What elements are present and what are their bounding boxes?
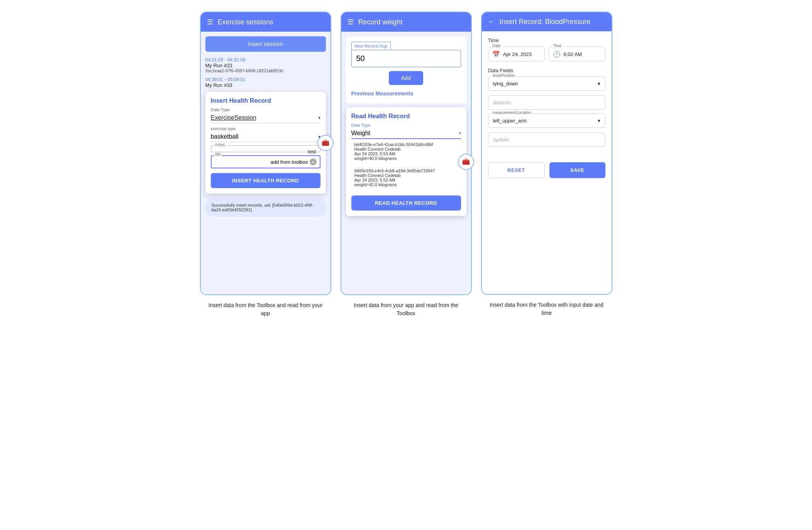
session-name-2: My Run #33 [205, 82, 326, 88]
session-time-2: 04:39:01 - 05:09:01 [205, 77, 326, 82]
screen1-caption: Insert data from the Toolbox and read fr… [208, 301, 324, 318]
reset-button[interactable]: RESET [488, 162, 545, 178]
measurement-value-1: weight=40.0 kilograms [354, 156, 458, 161]
measurement-time-1: Apr 24 2023, 5:53 AM [354, 151, 458, 156]
insert-health-record-popup: Insert Health Record Data Type ExerciseS… [205, 92, 326, 194]
diastolic-placeholder: diastolic [493, 100, 511, 105]
session-name-1: My Run #23 [205, 63, 326, 68]
title-field[interactable]: ✕ [211, 155, 320, 168]
title-input[interactable] [215, 159, 308, 165]
body-position-value: lying_down [493, 81, 518, 87]
add-button[interactable]: Add [389, 71, 423, 85]
title-wrapper: title ✕ [211, 155, 320, 168]
date-field[interactable]: Date 📅 Apr 24, 2023 [488, 46, 545, 61]
success-banner: Successfully insert records, uid: [540e0… [205, 198, 326, 217]
screen3-body: Time Date 📅 Apr 24, 2023 Time 🕐 [482, 31, 612, 294]
measurement-location-select[interactable]: left_upper_arm ▾ [488, 114, 605, 128]
screen3-header: ← Insert Record: BloodPressure [482, 12, 612, 31]
bottom-buttons: RESET SAVE [488, 162, 605, 178]
exercise-type-select[interactable]: basketball ▾ [211, 132, 320, 142]
session-item-2: 04:39:01 - 05:09:01 My Run #33 [205, 77, 326, 88]
screen2-caption: Insert data from your app and read from … [348, 301, 464, 318]
exercise-type-label: exercise type [211, 126, 320, 131]
session-time-1: 04:01:09 - 04:31:09 [205, 57, 326, 63]
screen2-title: Record weight [358, 18, 465, 26]
calendar-icon: 📅 [492, 51, 500, 58]
date-value: Apr 24, 2023 [503, 51, 532, 57]
measurement-location-value: left_upper_arm [493, 118, 527, 124]
measurement-time-2: Apr 24 2023, 5:52 AM [354, 178, 458, 182]
insert-health-record-button[interactable]: INSERT HEALTH RECORD [211, 173, 320, 188]
screen2-wrapper: ☰ Record weight New Record (Kg) Add Prev… [341, 12, 472, 318]
measurement-id-1: bd4f193e-e7a4-41aa-b1bb-50441b8cd8bf [354, 142, 458, 147]
new-record-input[interactable] [351, 50, 461, 67]
notes-value: test [308, 149, 316, 155]
phone-frame-2: ☰ Record weight New Record (Kg) Add Prev… [341, 12, 472, 295]
data-type-label-1: Data Type [211, 107, 320, 112]
measurement-id-2: 0483e193-e4c6-4cb8-a19d-3e95da733947 [354, 168, 458, 173]
save-button[interactable]: SAVE [549, 162, 605, 178]
notes-wrapper: notes test [211, 145, 320, 152]
measurement-source-2: Health Connect Codelab [354, 173, 458, 178]
data-type-select-2[interactable]: Weight ▾ [351, 128, 461, 139]
data-type-select-1[interactable]: ExerciseSession ▾ [211, 113, 320, 123]
screen1-title: Exercise sessions [218, 18, 324, 26]
date-time-row: Date 📅 Apr 24, 2023 Time 🕐 6:02 AM [488, 46, 605, 61]
measurement-location-label: measurementLocation [492, 110, 532, 115]
popup-title-2: Read Health Record [351, 113, 461, 120]
toolbox-fab-1[interactable]: 🧰 [317, 135, 334, 151]
date-content: 📅 Apr 24, 2023 [492, 51, 541, 58]
time-label: Time [552, 44, 563, 48]
new-record-area: New Record (Kg) Add Previous Measurement… [346, 36, 466, 104]
new-record-label: New Record (Kg) [351, 42, 391, 50]
data-type-chevron-2: ▾ [459, 131, 461, 136]
exercise-type-value: basketball [211, 133, 239, 140]
systolic-field[interactable]: systolic [488, 132, 605, 147]
measurement-location-chevron: ▾ [598, 118, 600, 124]
data-type-value-2: Weight [351, 130, 371, 137]
clear-button[interactable]: ✕ [310, 158, 317, 165]
body-position-chevron: ▾ [598, 81, 600, 87]
clock-icon: 🕐 [553, 51, 561, 58]
measurement-item-2: 0483e193-e4c6-4cb8-a19d-3e95da733947 Hea… [351, 165, 461, 190]
popup-title-1: Insert Health Record [211, 97, 320, 104]
back-icon[interactable]: ← [488, 18, 495, 26]
measurement-item-1: bd4f193e-e7a4-41aa-b1bb-50441b8cd8bf Hea… [351, 139, 461, 164]
time-content: 🕐 6:02 AM [553, 51, 601, 58]
menu-icon-1[interactable]: ☰ [207, 18, 213, 26]
phone-frame-3: ← Insert Record: BloodPressure Time Date… [481, 12, 612, 295]
phone-frame-1: ☰ Exercise sessions Insert session 04:01… [200, 12, 331, 295]
data-type-label-2: Data Type [351, 123, 461, 127]
diastolic-field[interactable]: diastolic [488, 95, 605, 110]
session-id-1: 2ec1eaa2-97f5-4597-b908-18221abf019c [205, 68, 326, 73]
menu-icon-2[interactable]: ☰ [348, 18, 354, 26]
read-health-record-button[interactable]: READ HEALTH RECORD [351, 195, 461, 211]
screen3-wrapper: ← Insert Record: BloodPressure Time Date… [481, 12, 612, 317]
body-position-select[interactable]: lying_down ▾ [488, 76, 605, 91]
notes-field[interactable]: notes test [211, 145, 320, 152]
body-position-wrapper: bodyPosition lying_down ▾ [488, 76, 605, 91]
toolbox-fab-2[interactable]: 🧰 [458, 154, 474, 170]
notes-label: notes [214, 143, 226, 147]
session-item-1: 04:01:09 - 04:31:09 My Run #23 2ec1eaa2-… [205, 57, 326, 73]
data-type-value-1: ExerciseSession [211, 114, 256, 121]
screen3-title: Insert Record: BloodPressure [500, 18, 605, 26]
title-label: title [214, 152, 222, 156]
measurement-source-1: Health Connect Codelab [354, 147, 458, 151]
data-fields-section: bodyPosition lying_down ▾ diastolic meas… [488, 76, 605, 147]
time-field[interactable]: Time 🕐 6:02 AM [549, 46, 605, 61]
screen1-body: Insert session 04:01:09 - 04:31:09 My Ru… [201, 32, 331, 294]
previous-measurements-label: Previous Measurements [351, 89, 461, 98]
screen2-body: New Record (Kg) Add Previous Measurement… [341, 32, 471, 294]
data-fields-label: Data Fields [488, 68, 605, 73]
time-section-label: Time [488, 37, 605, 43]
date-label: Date [492, 44, 502, 48]
screen1-wrapper: ☰ Exercise sessions Insert session 04:01… [200, 12, 331, 318]
measurement-value-2: weight=42.0 kilograms [354, 182, 458, 187]
insert-session-button[interactable]: Insert session [205, 36, 326, 52]
systolic-placeholder: systolic [493, 137, 510, 143]
screen1-header: ☰ Exercise sessions [201, 12, 331, 32]
data-type-chevron-1: ▾ [318, 115, 320, 121]
measurement-location-wrapper: measurementLocation left_upper_arm ▾ [488, 114, 605, 128]
time-value: 6:02 AM [564, 51, 582, 57]
